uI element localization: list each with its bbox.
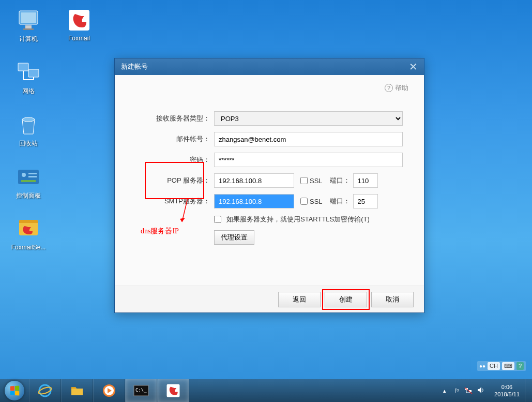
dialog-title: 新建帐号 [121,62,148,71]
desktop-label-foxmail: Foxmail [68,35,90,42]
recycle-bin-icon [16,112,41,137]
taskbar-items: C:\_ [29,379,189,402]
cmd-icon: C:\_ [133,384,149,397]
svg-marker-33 [478,387,481,393]
desktop-icon-recycle[interactable]: 回收站 [8,112,49,148]
control-panel-icon [16,165,41,189]
label-server-type: 接收服务器类型： [130,114,214,123]
foxmail-icon [67,8,92,33]
taskbar: C:\_ ▴ 🏳 0:06 2018/5/11 [0,379,532,402]
label-password: 密码： [130,155,214,165]
desktop-icon-network[interactable]: 网络 [8,60,49,96]
desktop-label-foxmail-server: FoxmailSe... [11,244,46,251]
help-link[interactable]: ? 帮助 [385,83,408,93]
account-form: 接收服务器类型： POP3 邮件帐号： 密码： POP 服务器： SSL 端口： [130,111,408,245]
proxy-settings-button[interactable]: 代理设置 [214,230,254,245]
create-button[interactable]: 创建 [325,292,367,307]
taskbar-explorer[interactable] [61,379,93,402]
desktop-icon-foxmail[interactable]: Foxmail [58,8,100,43]
annotation-text: dns服务器IP [141,227,179,236]
label-email: 邮件帐号： [130,135,214,144]
svg-point-19 [39,385,51,396]
tray-clock[interactable]: 0:06 2018/5/11 [489,383,525,398]
desktop-label-control-panel: 控制面板 [16,191,41,200]
svg-rect-14 [28,176,37,177]
folder-icon [69,383,85,398]
label-starttls: 如果服务器支持，就使用STARTTLS加密传输(T) [226,215,370,224]
desktop-label-computer: 计算机 [19,35,38,43]
pop-port-input[interactable] [353,173,378,188]
tray-time: 0:06 [494,383,520,391]
email-input[interactable] [214,132,403,146]
svg-rect-15 [21,180,36,182]
taskbar-cmd[interactable]: C:\_ [125,379,157,402]
cancel-button[interactable]: 取消 [371,292,414,307]
tray-overflow-icon[interactable]: ▴ [439,388,450,394]
tray-volume-icon[interactable] [477,386,485,395]
foxmail-taskbar-icon [165,383,181,398]
computer-icon [16,8,41,33]
tray-network-icon[interactable] [464,386,473,395]
desktop-label-network: 网络 [22,87,35,96]
svg-text:C:\_: C:\_ [135,388,147,393]
taskbar-foxmail[interactable] [157,379,189,402]
dialog-titlebar[interactable]: 新建帐号 ✕ [115,58,424,75]
tray-date: 2018/5/11 [494,391,520,398]
help-label: 帮助 [395,83,408,93]
svg-rect-3 [23,28,34,30]
server-type-select[interactable]: POP3 [214,111,403,126]
svg-rect-2 [25,25,32,28]
ime-lang[interactable]: CH [488,362,500,370]
pop-ssl-checkbox[interactable] [300,177,308,184]
system-tray: ▴ 🏳 0:06 2018/5/11 [439,379,532,402]
network-icon [16,60,41,85]
svg-rect-13 [28,173,37,174]
ime-help-icon[interactable]: ? [516,362,524,370]
close-icon[interactable]: ✕ [409,61,418,73]
starttls-checkbox[interactable] [214,216,221,223]
media-player-icon [101,383,117,398]
desktop-icon-foxmail-server[interactable]: FoxmailSe... [8,217,49,251]
foxmail-server-icon [16,217,41,242]
dialog-body: ? 帮助 接收服务器类型： POP3 邮件帐号： 密码： POP 服务器： [115,75,424,256]
desktop-icons: 计算机 Foxmail 网络 [8,8,100,251]
svg-point-12 [22,173,26,177]
svg-rect-6 [28,69,39,77]
smtp-port-input[interactable] [353,194,378,209]
desktop-icon-control-panel[interactable]: 控制面板 [8,165,49,200]
start-orb-icon [5,381,24,400]
svg-rect-1 [21,12,36,23]
show-desktop-button[interactable] [525,379,532,402]
ime-kbd-icon[interactable]: ⌨ [502,362,514,370]
back-button[interactable]: 返回 [278,292,321,307]
password-input[interactable] [214,153,403,167]
taskbar-ie[interactable] [29,379,61,402]
svg-rect-5 [18,63,28,71]
help-icon: ? [385,84,393,92]
svg-point-10 [22,117,35,122]
desktop-label-recycle: 回收站 [19,139,38,148]
new-account-dialog: 新建帐号 ✕ ? 帮助 接收服务器类型： POP3 邮件帐号： 密码： [114,58,424,313]
ime-bar[interactable]: ●● CH ⌨ ? [477,361,526,371]
label-pop-port: 端口： [330,176,350,185]
taskbar-media-player[interactable] [93,379,125,402]
tray-flag-icon[interactable]: 🏳 [454,388,460,394]
pop-server-input[interactable] [214,173,294,188]
label-pop-server: POP 服务器： [130,176,214,185]
ie-icon [37,383,53,398]
desktop-icon-computer[interactable]: 计算机 [8,8,49,43]
smtp-ssl-checkbox[interactable] [300,198,308,205]
dialog-footer: 返回 创建 取消 [115,286,424,312]
label-pop-ssl: SSL [310,177,323,185]
label-smtp-port: 端口： [330,197,350,206]
smtp-server-input[interactable] [214,194,294,209]
label-smtp-server: SMTP服务器： [130,197,214,206]
start-button[interactable] [0,379,29,402]
label-smtp-ssl: SSL [310,198,323,205]
